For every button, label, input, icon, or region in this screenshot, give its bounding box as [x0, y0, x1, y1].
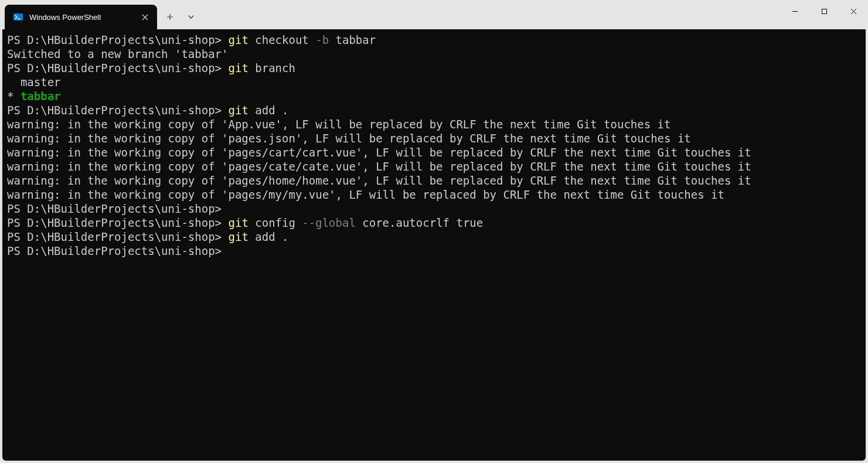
tab-powershell[interactable]: Windows PowerShell — [5, 5, 157, 29]
prompt: PS D:\HBuilderProjects\uni-shop> — [7, 230, 222, 243]
prompt: PS D:\HBuilderProjects\uni-shop> — [7, 244, 222, 257]
branch-marker: * — [7, 90, 21, 103]
output-line: warning: in the working copy of 'App.vue… — [7, 117, 861, 131]
svg-rect-0 — [13, 13, 23, 21]
cmd-flag: --global — [302, 216, 356, 229]
window-controls — [780, 0, 868, 22]
cmd: git — [229, 33, 249, 46]
current-branch: tabbar — [21, 90, 61, 103]
cmd-arg: config — [249, 216, 302, 229]
output-line: warning: in the working copy of 'pages/h… — [7, 173, 861, 188]
output-line: warning: in the working copy of 'pages/m… — [7, 188, 861, 202]
minimize-button[interactable] — [780, 0, 809, 22]
tab-dropdown-button[interactable] — [181, 6, 202, 28]
output-line: master — [7, 75, 861, 89]
prompt: PS D:\HBuilderProjects\uni-shop> — [7, 202, 222, 215]
terminal-output[interactable]: PS D:\HBuilderProjects\uni-shop> git che… — [2, 29, 866, 461]
output-line: warning: in the working copy of 'pages.j… — [7, 131, 861, 145]
tab-title: Windows PowerShell — [29, 13, 134, 22]
cmd-arg: add . — [249, 230, 289, 243]
cmd-arg: core.autocrlf true — [356, 216, 483, 229]
prompt: PS D:\HBuilderProjects\uni-shop> — [7, 216, 222, 229]
cmd-flag: -b — [315, 33, 329, 46]
close-tab-button[interactable] — [139, 12, 150, 22]
titlebar: Windows PowerShell — [0, 0, 868, 29]
cmd-arg: branch — [249, 62, 295, 74]
output-line: warning: in the working copy of 'pages/c… — [7, 145, 861, 159]
close-window-button[interactable] — [839, 0, 868, 22]
prompt: PS D:\HBuilderProjects\uni-shop> — [7, 104, 222, 117]
cmd: git — [229, 104, 249, 117]
prompt: PS D:\HBuilderProjects\uni-shop> — [7, 33, 222, 46]
powershell-icon — [13, 12, 23, 22]
cmd-arg: tabbar — [329, 33, 376, 46]
prompt: PS D:\HBuilderProjects\uni-shop> — [7, 62, 222, 74]
cmd: git — [229, 230, 249, 243]
cmd: git — [229, 216, 249, 229]
cmd: git — [229, 62, 249, 74]
output-line: Switched to a new branch 'tabbar' — [7, 47, 861, 61]
cmd-arg: checkout — [249, 33, 315, 46]
new-tab-button[interactable] — [159, 6, 181, 28]
maximize-button[interactable] — [809, 0, 839, 22]
cmd-arg: add . — [249, 104, 289, 117]
svg-rect-3 — [822, 9, 826, 13]
output-line: warning: in the working copy of 'pages/c… — [7, 159, 861, 173]
